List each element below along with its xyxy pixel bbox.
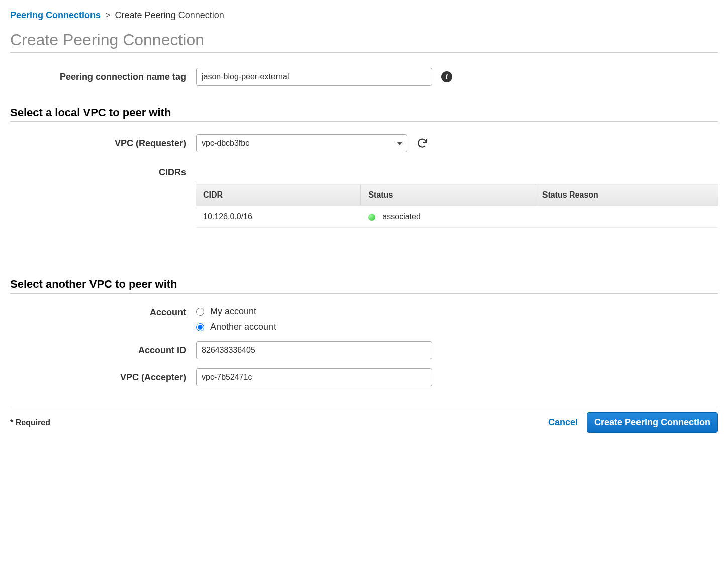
radio-another-account[interactable]: Another account (196, 322, 276, 332)
account-label: Account (10, 306, 196, 318)
cancel-button[interactable]: Cancel (548, 417, 578, 428)
vpc-accepter-input[interactable] (196, 368, 432, 386)
cidr-reason (535, 206, 718, 228)
section-local-title: Select a local VPC to peer with (10, 106, 718, 122)
info-icon[interactable]: i (441, 71, 452, 82)
account-id-row: Account ID (10, 341, 718, 359)
chevron-down-icon (397, 142, 403, 145)
table-row: 10.126.0.0/16 associated (196, 206, 718, 228)
vpc-requester-label: VPC (Requester) (10, 138, 196, 149)
vpc-requester-row: VPC (Requester) vpc-dbcb3fbc (10, 134, 718, 152)
refresh-icon[interactable] (416, 137, 428, 149)
radio-my-account-input[interactable] (196, 308, 204, 316)
page-title: Create Peering Connection (10, 31, 718, 53)
breadcrumb-parent-link[interactable]: Peering Connections (10, 10, 101, 20)
cidrs-header-status: Status (361, 184, 535, 206)
cidrs-table-header-row: CIDR Status Status Reason (196, 184, 718, 206)
account-row: Account My account Another account (10, 306, 718, 332)
status-dot-icon (368, 214, 375, 221)
cidr-status-text: associated (382, 212, 421, 221)
cidr-status-cell: associated (361, 206, 535, 228)
vpc-requester-value: vpc-dbcb3fbc (202, 139, 249, 148)
cidrs-label: CIDRs (10, 161, 196, 178)
account-id-input[interactable] (196, 341, 432, 359)
vpc-accepter-label: VPC (Accepter) (10, 372, 196, 383)
name-tag-label: Peering connection name tag (10, 72, 196, 82)
cidr-value: 10.126.0.0/16 (196, 206, 361, 228)
radio-my-account-label: My account (210, 306, 256, 317)
cidrs-row: CIDRs (10, 161, 718, 178)
cidrs-header-cidr: CIDR (196, 184, 361, 206)
footer-bar: * Required Cancel Create Peering Connect… (10, 407, 718, 442)
name-tag-input[interactable] (196, 68, 432, 86)
breadcrumb-current: Create Peering Connection (115, 10, 224, 20)
radio-another-account-input[interactable] (196, 323, 204, 331)
cidrs-header-reason: Status Reason (535, 184, 718, 206)
breadcrumb-separator: > (105, 10, 111, 20)
account-radio-group: My account Another account (196, 306, 276, 332)
radio-another-account-label: Another account (210, 322, 276, 332)
radio-my-account[interactable]: My account (196, 306, 276, 317)
create-peering-connection-button[interactable]: Create Peering Connection (587, 412, 718, 433)
section-other-title: Select another VPC to peer with (10, 278, 718, 294)
required-note: * Required (10, 418, 50, 427)
vpc-accepter-row: VPC (Accepter) (10, 368, 718, 386)
cidrs-table: CIDR Status Status Reason 10.126.0.0/16 … (196, 184, 718, 228)
name-tag-row: Peering connection name tag i (10, 68, 718, 86)
breadcrumb: Peering Connections > Create Peering Con… (10, 10, 718, 21)
vpc-requester-select[interactable]: vpc-dbcb3fbc (196, 134, 407, 152)
footer-actions: Cancel Create Peering Connection (548, 412, 718, 433)
account-id-label: Account ID (10, 345, 196, 356)
